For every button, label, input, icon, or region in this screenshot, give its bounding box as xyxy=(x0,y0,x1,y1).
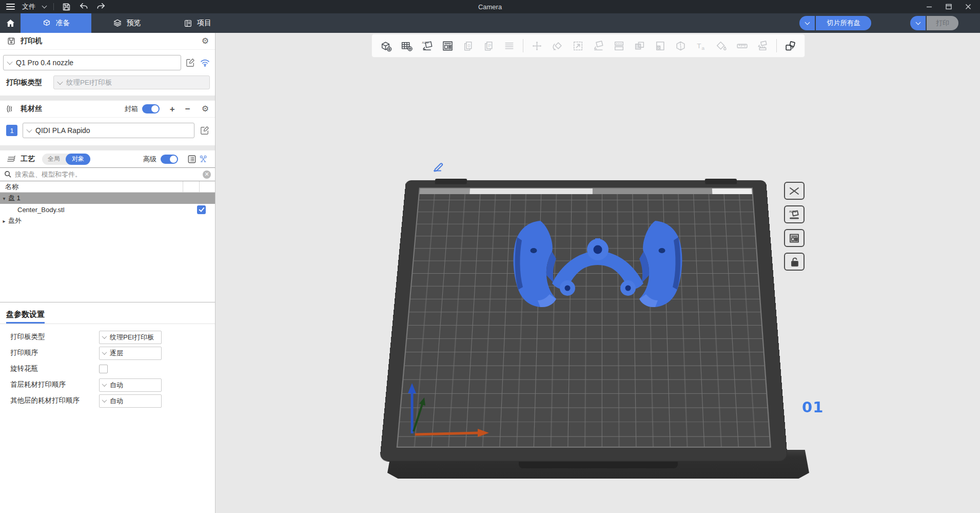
toolbar-divider xyxy=(523,39,523,52)
wifi-icon[interactable] xyxy=(200,58,210,68)
origin-axes-icon xyxy=(396,376,503,443)
setting-row-first-layer-order: 首层耗材打印顺序 自动 xyxy=(0,377,215,393)
other-layers-order-select[interactable]: 自动 xyxy=(99,394,162,408)
tab-bar: 准备 预览 项目 切片所有盘 打印 xyxy=(0,13,980,33)
close-icon[interactable] xyxy=(961,1,976,13)
add-model-icon[interactable] xyxy=(379,39,393,53)
tab-project[interactable]: 项目 xyxy=(162,13,233,33)
copy-icon[interactable]: 0 xyxy=(461,39,475,53)
merge-icon[interactable] xyxy=(633,39,646,53)
cut-icon[interactable] xyxy=(674,39,688,53)
arrange-plate-icon[interactable] xyxy=(784,229,805,247)
redo-icon[interactable] xyxy=(96,2,106,12)
filament-gear-icon[interactable]: ⚙ xyxy=(202,105,209,113)
process-icon xyxy=(6,154,16,164)
model-center-body[interactable] xyxy=(492,218,704,315)
tab-preview[interactable]: 预览 xyxy=(91,13,162,33)
bed-type-label: 打印板类型 xyxy=(6,78,53,87)
tree-row-plate[interactable]: ▾ 盘 1 xyxy=(0,193,215,204)
auto-orient-plate-icon[interactable]: AUTO xyxy=(784,205,805,223)
spiral-vase-checkbox[interactable] xyxy=(99,365,108,373)
home-icon xyxy=(6,18,15,28)
filament-slot-badge: 1 xyxy=(6,125,17,136)
measure-icon[interactable] xyxy=(735,39,749,53)
chevron-down-icon[interactable] xyxy=(42,3,47,8)
text-icon[interactable]: Ta xyxy=(694,39,708,53)
svg-text:0: 0 xyxy=(467,43,470,48)
viewport-3d[interactable]: AUTO 0 P xyxy=(216,33,980,513)
first-layer-order-select[interactable]: 自动 xyxy=(99,378,162,392)
save-icon[interactable] xyxy=(61,2,71,12)
plate-clip-left xyxy=(435,179,467,184)
split-parts-icon[interactable] xyxy=(653,39,667,53)
home-button[interactable] xyxy=(0,13,21,33)
plate-calibration-strip xyxy=(420,188,752,194)
search-icon xyxy=(4,170,12,178)
chevron-expanded-icon[interactable]: ▾ xyxy=(0,196,8,201)
scope-switch[interactable]: 全局 对象 xyxy=(42,154,90,165)
advanced-toggle[interactable] xyxy=(161,155,178,164)
bed-type-plate-select[interactable]: 纹理PEI打印板 xyxy=(99,331,162,344)
edit-printer-icon[interactable] xyxy=(185,58,195,68)
add-filament-icon[interactable]: + xyxy=(170,105,175,113)
print-options-chevron[interactable] xyxy=(910,16,926,30)
filament-section: 耗材丝 封箱 + − ⚙ 1 QIDI PLA Rapido xyxy=(0,101,215,145)
box-toggle[interactable] xyxy=(142,104,160,113)
scope-object[interactable]: 对象 xyxy=(66,154,90,165)
edit-filament-icon[interactable] xyxy=(200,125,210,136)
scale-icon[interactable] xyxy=(571,39,585,53)
setting-row-bed-type: 打印板类型 纹理PEI打印板 xyxy=(0,329,215,345)
slice-options-chevron[interactable] xyxy=(799,16,815,30)
parameter-table-icon[interactable] xyxy=(186,154,198,164)
add-plate-icon[interactable] xyxy=(400,39,414,53)
undo-icon[interactable] xyxy=(79,2,89,12)
file-menu[interactable]: 文件 xyxy=(22,2,35,11)
tree-header: 名称 xyxy=(0,181,215,193)
paste-icon[interactable]: P xyxy=(482,39,496,53)
svg-text:P: P xyxy=(488,43,491,48)
lay-on-face-icon[interactable] xyxy=(592,39,605,53)
lock-plate-icon[interactable] xyxy=(784,253,805,271)
printer-section: 打印机 ⚙ Q1 Pro 0.4 nozzle 打印板类型 纹理PEI打印板 xyxy=(0,33,215,96)
prepare-box-icon xyxy=(42,18,51,28)
tree-row-model[interactable]: Center_Body.stl xyxy=(0,204,215,215)
tree-row-outside[interactable]: ▸ 盘外 xyxy=(0,215,215,226)
print-order-select[interactable]: 逐层 xyxy=(99,347,162,360)
tab-prepare[interactable]: 准备 xyxy=(21,13,91,33)
process-section-title: 工艺 xyxy=(21,155,35,164)
plate-number-label: 01 xyxy=(802,398,824,416)
remove-filament-icon[interactable]: − xyxy=(185,105,190,113)
clear-search-icon[interactable]: ✕ xyxy=(203,170,211,179)
filament-select[interactable]: QIDI PLA Rapido xyxy=(23,123,194,138)
build-plate-area[interactable] xyxy=(382,173,824,496)
printer-gear-icon[interactable]: ⚙ xyxy=(202,37,209,45)
split-plate-icon[interactable] xyxy=(612,39,626,53)
arrange-icon[interactable] xyxy=(441,39,455,53)
auto-orient-icon[interactable]: AUTO xyxy=(420,39,434,53)
menu-icon[interactable] xyxy=(6,4,15,10)
scope-global[interactable]: 全局 xyxy=(42,155,66,163)
edit-plate-name-icon[interactable] xyxy=(431,159,446,175)
printer-select[interactable]: Q1 Pro 0.4 nozzle xyxy=(3,55,181,70)
bed-type-select[interactable]: 纹理PEI打印板 xyxy=(53,75,210,89)
slice-button[interactable]: 切片所有盘 xyxy=(816,16,871,30)
rotate-icon[interactable] xyxy=(551,39,564,53)
chevron-collapsed-icon[interactable]: ▸ xyxy=(0,218,8,224)
print-button[interactable]: 打印 xyxy=(927,16,958,30)
assembly-icon[interactable] xyxy=(783,39,797,53)
model-visible-checkbox[interactable] xyxy=(197,205,206,214)
advanced-label: 高级 xyxy=(143,155,156,164)
viewport-toolbar: AUTO 0 P xyxy=(372,34,805,57)
move-icon[interactable] xyxy=(530,39,544,53)
maximize-icon[interactable] xyxy=(941,1,956,13)
minimize-icon[interactable] xyxy=(922,1,937,13)
delete-plate-icon[interactable] xyxy=(784,182,805,200)
search-input[interactable] xyxy=(15,170,200,178)
side-panel: 打印机 ⚙ Q1 Pro 0.4 nozzle 打印板类型 纹理PEI打印板 xyxy=(0,33,215,513)
filament-spool-icon xyxy=(6,104,16,114)
paint-icon[interactable] xyxy=(715,39,729,53)
title-bar: 文件 Camera xyxy=(0,0,980,13)
support-paint-icon[interactable] xyxy=(756,39,770,53)
layers-list-icon[interactable] xyxy=(502,39,516,53)
process-settings-icon[interactable] xyxy=(198,154,209,164)
